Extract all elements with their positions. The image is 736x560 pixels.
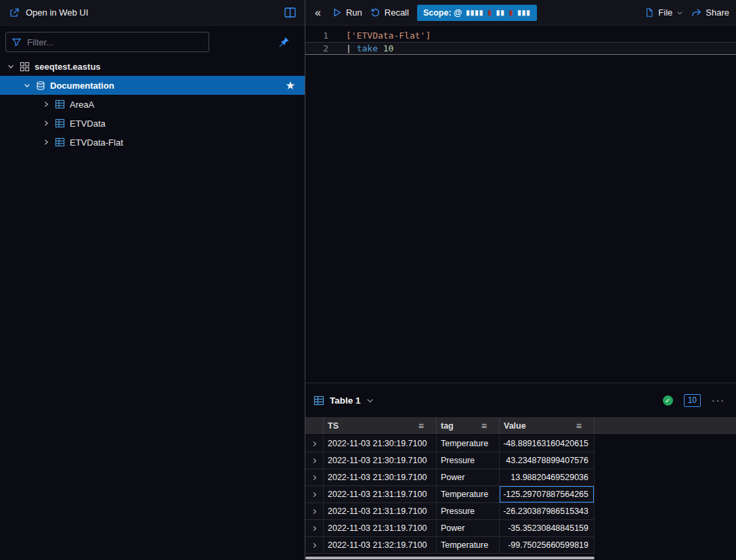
- cell-tag[interactable]: Temperature: [437, 435, 500, 452]
- query-editor[interactable]: 1 ['ETVData-Flat'] 2 | take 10: [305, 26, 736, 383]
- table-row[interactable]: 2022-11-03 21:31:19.7100 Power -35.35230…: [305, 520, 736, 537]
- filter-input-box[interactable]: [5, 32, 209, 52]
- row-expand-chevron[interactable]: [305, 452, 324, 469]
- database-tree: seeqtest.eastus Documentation ★: [0, 57, 305, 152]
- chevron-down-icon[interactable]: [7, 62, 14, 70]
- results-header-actions: ✓ 10 ···: [663, 394, 728, 407]
- cell-tag[interactable]: Power: [437, 520, 500, 537]
- open-in-web-ui-button[interactable]: Open in Web UI: [26, 7, 88, 18]
- column-header-ts[interactable]: TS ≡: [324, 417, 437, 434]
- table-row[interactable]: 2022-11-03 21:30:19.7100 Pressure 43.234…: [305, 452, 736, 469]
- row-filler: [594, 503, 736, 520]
- row-expand-chevron[interactable]: [305, 520, 324, 537]
- row-count-badge[interactable]: 10: [684, 394, 701, 407]
- cell-value[interactable]: -99.75025660599819: [500, 537, 594, 554]
- cell-value[interactable]: -48.889163160420615: [500, 435, 594, 452]
- scope-redacted-text: ▮▮: [496, 9, 505, 16]
- recall-button[interactable]: Recall: [370, 7, 409, 18]
- recall-refresh-icon: [370, 7, 381, 18]
- table-row[interactable]: 2022-11-03 21:31:19.7100 Pressure -26.23…: [305, 503, 736, 520]
- line-number: 1: [305, 29, 335, 42]
- row-expand-chevron[interactable]: [305, 486, 324, 503]
- tree-item-table[interactable]: AreaA: [0, 95, 305, 114]
- cell-value[interactable]: 43.234878899407576: [500, 452, 594, 469]
- chevron-down-icon[interactable]: [24, 81, 30, 89]
- table-row[interactable]: 2022-11-03 21:32:19.7100 Temperature -99…: [305, 537, 736, 554]
- more-options-button[interactable]: ···: [712, 395, 725, 406]
- grid-header-row: TS ≡ tag ≡ Value ≡: [305, 417, 736, 435]
- table-row[interactable]: 2022-11-03 21:30:19.7100 Temperature -48…: [305, 435, 736, 452]
- row-filler: [594, 537, 736, 554]
- row-expand-chevron[interactable]: [305, 503, 324, 520]
- tree-item-cluster[interactable]: seeqtest.eastus: [0, 57, 305, 76]
- cell-ts[interactable]: 2022-11-03 21:31:19.7100: [324, 486, 437, 503]
- cell-tag[interactable]: Pressure: [437, 452, 500, 469]
- column-label: Value: [504, 421, 526, 431]
- chevron-down-icon: [676, 9, 683, 16]
- tree-item-database[interactable]: Documentation ★: [0, 76, 305, 95]
- row-expand-chevron[interactable]: [305, 537, 324, 554]
- grid-header-filler: [594, 417, 736, 434]
- cell-value[interactable]: 13.98820469529036: [500, 469, 594, 486]
- table-row[interactable]: 2022-11-03 21:31:19.7100 Temperature -12…: [305, 486, 736, 503]
- column-header-value[interactable]: Value ≡: [500, 417, 594, 434]
- tree-item-table[interactable]: ETVData-Flat: [0, 133, 305, 152]
- table-icon: [55, 137, 65, 147]
- chevron-down-icon[interactable]: [366, 397, 374, 404]
- tree-item-table[interactable]: ETVData: [0, 114, 305, 133]
- cluster-label: seeqtest.eastus: [35, 62, 101, 72]
- table-name-token: ['ETVData-Flat']: [346, 30, 431, 41]
- row-filler: [594, 452, 736, 469]
- database-icon: [36, 81, 45, 91]
- share-label: Share: [706, 7, 729, 18]
- code-text: | take 10: [335, 42, 393, 55]
- split-panel-icon[interactable]: [284, 7, 296, 18]
- run-button[interactable]: Run: [332, 7, 362, 18]
- cell-tag[interactable]: Temperature: [437, 486, 500, 503]
- pin-filter-icon[interactable]: [278, 36, 290, 48]
- cell-ts[interactable]: 2022-11-03 21:30:19.7100: [324, 469, 437, 486]
- chevron-right-icon[interactable]: [42, 101, 50, 108]
- row-expand-chevron[interactable]: [305, 469, 324, 486]
- table-row[interactable]: 2022-11-03 21:30:19.7100 Power 13.988204…: [305, 469, 736, 486]
- results-grid: TS ≡ tag ≡ Value ≡: [305, 417, 736, 560]
- horizontal-scrollbar[interactable]: [305, 557, 594, 559]
- cell-value[interactable]: -26.230387986515343: [500, 503, 594, 520]
- cell-value[interactable]: -125.29707887564265: [500, 486, 594, 503]
- filter-input[interactable]: [27, 37, 203, 47]
- filter-funnel-icon: [12, 37, 22, 47]
- table-label: ETVData: [70, 119, 106, 129]
- results-title[interactable]: Table 1: [330, 395, 361, 406]
- share-button[interactable]: Share: [691, 7, 729, 18]
- chevron-right-icon[interactable]: [42, 120, 50, 127]
- run-play-icon: [332, 7, 342, 18]
- column-menu-icon[interactable]: ≡: [576, 421, 582, 431]
- code-line-1[interactable]: 1 ['ETVData-Flat']: [305, 29, 736, 42]
- results-table-icon: [313, 395, 324, 406]
- scope-label: Scope: @: [423, 8, 462, 18]
- cell-ts[interactable]: 2022-11-03 21:31:19.7100: [324, 520, 437, 537]
- number-token: 10: [378, 43, 393, 53]
- query-toolbar: « Run Recall Scope: @ ▮▮▮▮ ▮ ▮▮ ▮ ▮▮▮: [305, 0, 736, 26]
- take-keyword-token: take: [357, 43, 378, 53]
- column-menu-icon[interactable]: ≡: [481, 421, 487, 431]
- collapse-sidebar-button[interactable]: «: [312, 7, 324, 19]
- cell-value[interactable]: -35.35230848845159: [500, 520, 594, 537]
- table-label: AreaA: [70, 100, 94, 110]
- scope-selector[interactable]: Scope: @ ▮▮▮▮ ▮ ▮▮ ▮ ▮▮▮: [417, 5, 537, 21]
- chevron-right-icon[interactable]: [42, 139, 50, 146]
- column-header-tag[interactable]: tag ≡: [437, 417, 500, 434]
- favorite-star-icon[interactable]: ★: [286, 80, 295, 91]
- cell-tag[interactable]: Temperature: [437, 537, 500, 554]
- cell-ts[interactable]: 2022-11-03 21:32:19.7100: [324, 537, 437, 554]
- column-menu-icon[interactable]: ≡: [418, 421, 424, 431]
- cell-ts[interactable]: 2022-11-03 21:30:19.7100: [324, 435, 437, 452]
- expand-column-header: [305, 417, 324, 434]
- cell-tag[interactable]: Power: [437, 469, 500, 486]
- code-line-2[interactable]: 2 | take 10: [305, 42, 736, 55]
- cell-ts[interactable]: 2022-11-03 21:31:19.7100: [324, 503, 437, 520]
- cell-tag[interactable]: Pressure: [437, 503, 500, 520]
- cell-ts[interactable]: 2022-11-03 21:30:19.7100: [324, 452, 437, 469]
- row-expand-chevron[interactable]: [305, 435, 324, 452]
- file-menu-button[interactable]: File: [645, 7, 683, 18]
